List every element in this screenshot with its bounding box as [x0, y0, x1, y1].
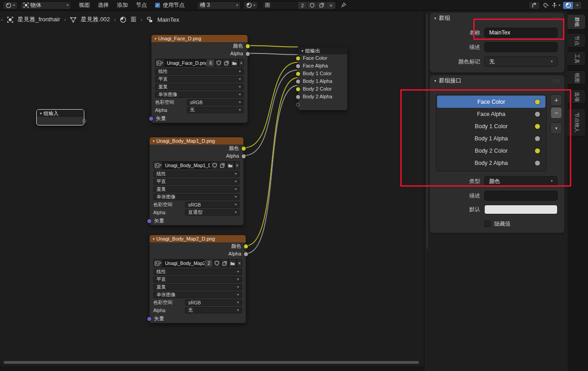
unlink-image-icon[interactable]: ×: [237, 259, 242, 267]
panel-collapse-chevron-icon[interactable]: ▾: [434, 79, 436, 83]
image-name-field[interactable]: Unagi_Body_Map2_D....: [163, 259, 205, 267]
body2-color-input-socket[interactable]: [296, 87, 300, 91]
unlink-image-icon[interactable]: ×: [238, 59, 244, 67]
color-tag-dropdown[interactable]: 无▾: [484, 57, 558, 67]
panel-collapse-chevron-icon[interactable]: ▾: [434, 16, 436, 20]
open-image-folder-icon[interactable]: [228, 259, 237, 267]
alpha-mode-dropdown[interactable]: 无▾: [187, 107, 244, 113]
collapse-chevron-icon[interactable]: ▾: [153, 237, 155, 241]
fake-user-shield-icon[interactable]: [213, 259, 221, 267]
image-users-badge[interactable]: 2: [205, 259, 213, 267]
colorspace-dropdown[interactable]: sRGB▾: [185, 202, 240, 208]
extension-dropdown[interactable]: 重复▾: [153, 186, 240, 193]
body2-alpha-input-socket[interactable]: [296, 95, 300, 99]
source-dropdown[interactable]: 单张图像▾: [153, 194, 240, 200]
remove-socket-button[interactable]: −: [550, 107, 562, 119]
image-name-field[interactable]: Unagi_Face_D.png: [165, 59, 207, 67]
snap-magnet-icon[interactable]: [542, 2, 549, 9]
show-overlays-toggle[interactable]: [563, 1, 573, 10]
new-material-button[interactable]: [317, 1, 326, 10]
menu-select[interactable]: 选择: [94, 1, 113, 9]
body1-color-input-socket[interactable]: [296, 72, 300, 76]
fake-user-shield-icon[interactable]: [215, 59, 223, 67]
alpha-mode-dropdown[interactable]: 直通型▾: [185, 209, 240, 216]
collapse-chevron-icon[interactable]: ▾: [155, 37, 156, 41]
color-output-socket[interactable]: [242, 146, 246, 150]
socket-type-dropdown[interactable]: 颜色▾: [484, 176, 558, 186]
collapse-chevron-icon[interactable]: ▾: [153, 139, 155, 143]
extension-dropdown[interactable]: 重复▾: [153, 284, 242, 290]
menu-view[interactable]: 视图: [75, 1, 94, 9]
socket-description-field[interactable]: [484, 191, 558, 201]
image-name-field[interactable]: Unagi_Body_Map1_D.png: [163, 161, 211, 169]
alpha-output-socket[interactable]: [246, 52, 250, 56]
material-name-field[interactable]: 面: [262, 1, 298, 10]
extension-dropdown[interactable]: 重复▾: [155, 84, 244, 90]
list-item-body2-alpha[interactable]: Body 2 Alpha: [437, 157, 545, 169]
collapse-chevron-icon[interactable]: ▾: [301, 49, 303, 53]
projection-dropdown[interactable]: 平直▾: [153, 276, 242, 283]
image-browse-button[interactable]: ▾: [153, 259, 163, 267]
open-image-folder-icon[interactable]: [230, 59, 238, 67]
group-description-field[interactable]: [484, 42, 558, 52]
unlink-image-icon[interactable]: ×: [234, 161, 240, 169]
tab-view[interactable]: 视图: [568, 70, 586, 85]
source-dropdown[interactable]: 单张图像▾: [153, 292, 242, 298]
color-output-socket[interactable]: [246, 44, 250, 48]
vector-input-socket[interactable]: [147, 219, 151, 223]
vertical-scrollbar[interactable]: [426, 14, 428, 249]
image-texture-node-body1[interactable]: ▾Unagi_Body_Map1_D.png 颜色 Alpha ▾ Unagi_…: [149, 137, 244, 226]
menu-node[interactable]: 节点: [132, 1, 151, 9]
source-dropdown[interactable]: 单张图像▾: [155, 92, 244, 98]
panel-grip-icon[interactable]: ∷∷: [553, 78, 560, 83]
image-users-badge[interactable]: 6: [207, 59, 215, 67]
list-item-body1-color[interactable]: Body 1 Color: [437, 120, 545, 132]
horizontal-scrollbar[interactable]: [4, 361, 419, 364]
overlays-dropdown[interactable]: ▾: [573, 1, 582, 10]
image-texture-node-body2[interactable]: ▾Unagi_Body_Map2_D.png 颜色 Alpha ▾ Unagi_…: [149, 235, 246, 323]
default-color-swatch[interactable]: [484, 205, 558, 214]
hide-value-checkbox[interactable]: [484, 221, 491, 227]
alpha-output-socket[interactable]: [244, 252, 248, 256]
new-image-icon[interactable]: [221, 259, 228, 267]
list-item-face-color[interactable]: Face Color: [437, 96, 545, 108]
projection-dropdown[interactable]: 平直▾: [155, 76, 244, 82]
go-to-parent-node-tree-button[interactable]: [529, 1, 540, 10]
panel-grip-icon[interactable]: ∷∷: [553, 16, 560, 21]
add-socket-button[interactable]: +: [550, 94, 562, 106]
unlink-material-button[interactable]: ×: [326, 1, 336, 10]
interpolation-dropdown[interactable]: 线性▾: [153, 269, 242, 275]
node-editor-canvas[interactable]: › 星見雅_fronthair › 星見雅.002 › 面 › MainTex: [0, 11, 424, 366]
face-color-input-socket[interactable]: [296, 56, 300, 60]
alpha-mode-dropdown[interactable]: 无▾: [185, 307, 242, 313]
projection-dropdown[interactable]: 平直▾: [153, 178, 240, 185]
image-browse-button[interactable]: ▾: [155, 59, 165, 67]
image-texture-node-face[interactable]: ▾Unagi_Face_D.png 颜色 Alpha ▾ Unagi_Face_…: [151, 34, 248, 123]
mode-dropdown[interactable]: 物体 ▾: [20, 1, 71, 10]
menu-add[interactable]: 添加: [113, 1, 132, 9]
alpha-output-socket[interactable]: [242, 154, 246, 158]
interpolation-dropdown[interactable]: 线性▾: [155, 68, 244, 75]
tab-group[interactable]: 群组: [568, 14, 586, 29]
collapse-chevron-icon[interactable]: ▾: [40, 111, 42, 116]
tab-node-wrangler[interactable]: 节点牧人: [568, 108, 586, 136]
virtual-output-socket[interactable]: [83, 119, 86, 123]
tab-options[interactable]: 选项: [568, 89, 586, 104]
new-image-icon[interactable]: [223, 59, 230, 67]
vector-input-socket[interactable]: [149, 117, 153, 121]
list-item-face-alpha[interactable]: Face Alpha: [437, 108, 545, 120]
fake-user-shield-button[interactable]: [307, 1, 317, 10]
use-nodes-checkbox[interactable]: ✓ 使用节点: [155, 1, 185, 9]
editor-type-button[interactable]: ▾: [3, 1, 18, 10]
group-output-node[interactable]: ▾ 组输出 Face Color Face Alpha Body 1 Color…: [298, 47, 348, 111]
open-image-folder-icon[interactable]: [226, 161, 234, 169]
fake-user-shield-icon[interactable]: [211, 161, 219, 169]
color-output-socket[interactable]: [244, 244, 248, 248]
pin-icon[interactable]: [340, 2, 346, 8]
material-users-badge[interactable]: 2: [298, 1, 307, 10]
snapping-dropdown[interactable]: ▾: [551, 2, 560, 9]
body1-alpha-input-socket[interactable]: [296, 79, 300, 83]
list-item-body2-color[interactable]: Body 2 Color: [437, 145, 545, 157]
group-input-node[interactable]: ▾ 组输入: [36, 109, 84, 125]
material-browse-button[interactable]: ▾: [243, 1, 258, 10]
